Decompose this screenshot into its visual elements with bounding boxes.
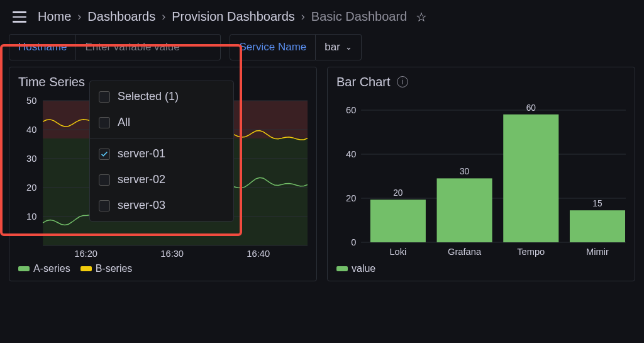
svg-text:60: 60 [346,104,356,115]
panel-title: Bar Chart i [336,75,626,89]
swatch-yellow [80,266,92,271]
checkbox-icon [99,200,110,211]
swatch-green [336,266,348,271]
svg-text:Mimir: Mimir [586,246,609,256]
hostname-dropdown: Selected (1) All server-01server-02serve… [89,81,234,222]
svg-text:16:20: 16:20 [74,248,97,257]
checkbox-icon [99,174,110,186]
star-icon[interactable]: ☆ [416,9,427,25]
legend-a-series[interactable]: A-series [18,263,70,274]
breadcrumb-dashboards[interactable]: Dashboards [87,9,155,24]
menu-icon[interactable] [10,9,29,25]
variable-service-value: bar [325,41,340,53]
dropdown-option[interactable]: server-03 [90,193,233,218]
svg-text:60: 60 [526,102,536,112]
breadcrumb-provision[interactable]: Provision Dashboards [172,9,295,24]
variable-hostname-label: Hostname [9,34,76,60]
svg-text:16:40: 16:40 [247,248,270,257]
variable-hostname: Hostname [9,34,221,60]
svg-text:20: 20 [346,193,356,203]
breadcrumb: Home › Dashboards › Provision Dashboards… [38,9,427,25]
svg-text:30: 30 [460,166,470,176]
svg-rect-28 [503,114,558,242]
variable-service-select[interactable]: bar ⌄ [316,34,362,60]
svg-text:40: 40 [26,124,36,134]
info-icon[interactable]: i [397,76,408,87]
svg-text:Tempo: Tempo [517,246,545,256]
svg-rect-26 [437,178,492,242]
breadcrumb-home[interactable]: Home [38,9,71,24]
bar-chart-legend: value [336,263,626,274]
chevron-right-icon: › [162,10,165,23]
legend-b-series[interactable]: B-series [80,263,133,274]
svg-text:20: 20 [26,182,36,192]
swatch-green [18,266,30,271]
dropdown-option[interactable]: server-01 [90,141,233,167]
variable-bar: Hostname Service Name bar ⌄ [0,34,644,67]
chevron-right-icon: › [301,10,305,23]
top-bar: Home › Dashboards › Provision Dashboards… [0,0,644,34]
variable-service: Service Name bar ⌄ [230,34,361,60]
svg-text:10: 10 [26,211,36,221]
checkbox-icon [99,91,110,103]
checkbox-icon [99,117,110,128]
svg-text:Grafana: Grafana [448,246,482,256]
legend-value[interactable]: value [336,263,375,274]
svg-rect-24 [370,200,426,242]
svg-text:0: 0 [351,237,356,247]
svg-text:40: 40 [346,149,356,159]
dropdown-all[interactable]: All [90,110,233,135]
panel-bar-chart: Bar Chart i 0204060 20306015 LokiGrafana… [327,67,635,281]
svg-rect-30 [570,210,625,242]
dropdown-selected-count[interactable]: Selected (1) [90,84,233,110]
svg-text:15: 15 [592,198,602,208]
chevron-right-icon: › [77,10,81,23]
chevron-down-icon: ⌄ [345,42,352,52]
svg-text:30: 30 [26,153,36,163]
time-series-legend: A-series B-series [18,263,308,274]
svg-text:16:30: 16:30 [160,248,184,257]
dropdown-option[interactable]: server-02 [90,167,233,193]
checkbox-icon [99,149,110,160]
breadcrumb-current: Basic Dashboard [311,9,407,24]
svg-text:20: 20 [393,188,403,198]
dropdown-separator [90,138,233,138]
variable-service-label: Service Name [230,34,316,60]
svg-text:Loki: Loki [389,246,406,256]
svg-text:50: 50 [26,95,36,105]
variable-hostname-input[interactable] [76,34,221,60]
bar-chart: 0204060 20306015 LokiGrafanaTempoMimir [336,94,626,258]
